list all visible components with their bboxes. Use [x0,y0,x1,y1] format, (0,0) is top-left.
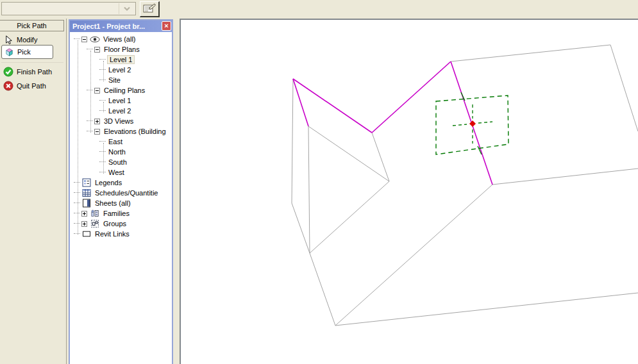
project-browser-titlebar[interactable]: Project1 - Project br... × [70,21,172,32]
drawing-area[interactable] [180,19,638,364]
tree-item-label: Schedules/Quantitie [94,189,159,197]
tree-item-north[interactable]: North [70,147,172,157]
point-marker [469,120,476,127]
options-bar: Pick Path ModifyPickFinish PathQuit Path [0,19,67,364]
tree-item-groups[interactable]: Groups [70,219,172,229]
tree-item-ceiling-plans[interactable]: Ceiling Plans [70,85,172,95]
tree-item-site[interactable]: Site [70,75,172,85]
tree-item-label: West [107,169,126,176]
collapse-icon[interactable] [94,47,100,53]
tree-item-label: Sheets (all) [94,199,132,207]
tree-item-label: Floor Plans [103,46,141,53]
element-properties-icon [142,2,156,16]
legends-icon [81,178,92,187]
tree-item-level-2[interactable]: Level 2 [70,65,172,75]
tree-item-label: South [107,158,128,166]
tree-item-3d-views[interactable]: 3D Views [70,116,172,126]
tool-label: Quit Path [17,82,46,90]
tree-item-label: Site [107,76,122,84]
tree-connector [99,69,106,70]
tree-item-label: Elevations (Building [103,128,167,135]
expand-icon[interactable] [81,211,87,217]
groups-icon [90,219,100,228]
wireframe-scene [181,20,638,364]
divider [1,62,63,63]
tool-label: Modify [17,36,37,44]
mode-title: Pick Path [0,20,64,31]
tree-item-label: Legends [94,179,123,186]
tree-connector [74,203,80,204]
tool-finish-path[interactable]: Finish Path [1,65,52,78]
tree-item-legends[interactable]: Legends [70,178,172,188]
expand-icon[interactable] [81,221,87,227]
tool-modify[interactable]: Modify [1,33,37,46]
collapse-icon[interactable] [94,129,100,135]
selected-path-edges[interactable] [293,62,492,185]
tree-item-level-1[interactable]: Level 1 [70,95,172,106]
tree-item-label: Level 2 [107,107,132,115]
type-selector-combobox[interactable] [1,2,136,15]
families-icon [90,209,100,218]
tree-connector [99,110,106,112]
tool-pick[interactable]: Pick [1,45,53,59]
tree-item-label: Ceiling Plans [103,87,146,94]
tree-item-families[interactable]: Families [70,208,172,219]
tree-connector [87,120,93,122]
tree-item-label: Families [102,210,131,217]
tree-connector [99,141,106,142]
tree-item-west[interactable]: West [70,167,172,178]
green-check-icon [3,67,13,77]
tree-item-level-1[interactable]: Level 1 [70,54,172,65]
tree-item-revit-links[interactable]: Revit Links [70,229,172,239]
tree-connector [99,151,106,153]
tree-item-label: Revit Links [94,230,131,238]
sketch-cube-icon [4,47,14,57]
project-browser-tree: Views (all)Floor PlansLevel 1Level 2Site… [70,32,172,364]
collapse-icon[interactable] [94,88,100,94]
tree-connector [74,182,80,183]
tree-connector [74,213,80,214]
tree-item-elevations-building[interactable]: Elevations (Building [70,126,172,136]
sheets-icon [81,199,92,208]
tool-label: Finish Path [17,68,52,76]
tree-item-label: Level 1 [107,97,132,104]
tree-connector [74,192,80,194]
expand-icon[interactable] [94,119,100,124]
tree-connector [99,161,106,163]
tree-item-east[interactable]: East [70,136,172,147]
revit-links-icon [81,229,92,238]
tree-connector [99,100,106,101]
tree-connector [99,79,106,81]
eye-icon [90,35,100,44]
project-browser-title: Project1 - Project br... [72,22,145,30]
tree-connector [74,233,80,235]
chevron-down-icon[interactable] [119,3,135,14]
tree-item-floor-plans[interactable]: Floor Plans [70,44,172,54]
red-x-icon [3,81,13,91]
tool-quit-path[interactable]: Quit Path [1,79,46,92]
tree-item-views-all[interactable]: Views (all) [70,34,172,44]
tree-item-level-2[interactable]: Level 2 [70,106,172,116]
tree-item-label: East [107,138,124,145]
tree-connector [74,38,80,40]
tree-item-label: Level 1 [107,55,135,64]
model-edges [292,45,638,326]
tree-connector [99,59,106,60]
cursor-arrow-icon [3,35,13,45]
tree-connector [99,172,106,173]
tree-item-schedules-quantitie[interactable]: Schedules/Quantitie [70,188,172,198]
tree-item-south[interactable]: South [70,157,172,167]
tree-connector [87,131,93,132]
top-toolbar [0,0,638,19]
element-properties-button[interactable] [140,1,160,17]
tree-connector [87,90,93,91]
tree-connector [74,223,80,224]
close-icon[interactable]: × [162,21,171,31]
collapse-icon[interactable] [81,37,87,42]
tree-item-label: 3D Views [103,117,135,125]
tree-item-sheets-all[interactable]: Sheets (all) [70,198,172,208]
tree-item-label: Groups [102,220,128,228]
tree-connector [87,49,93,50]
project-browser-panel: Project1 - Project br... × Views (all)Fl… [69,19,173,364]
schedules-icon [81,188,92,197]
